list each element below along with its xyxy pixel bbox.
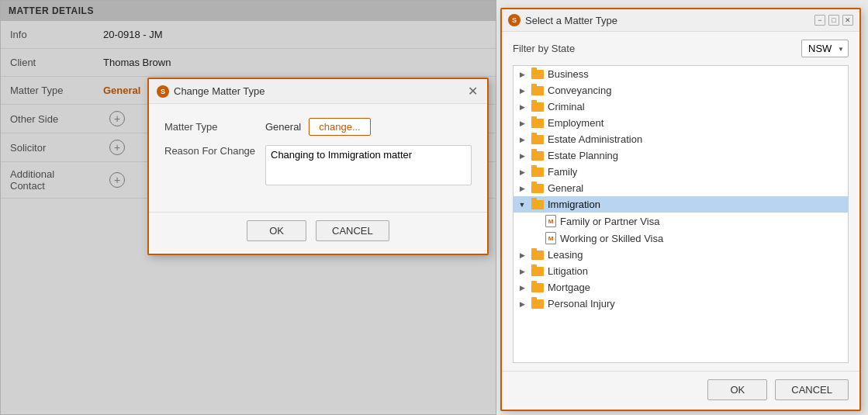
modal-cancel-button[interactable]: CANCEL: [316, 220, 389, 241]
modal-ok-button[interactable]: OK: [247, 220, 306, 241]
folder-icon-employment: [531, 119, 544, 128]
tree-label-mortgage: Mortgage: [548, 282, 590, 293]
modal-title-bar: S Change Matter Type ✕: [149, 79, 487, 104]
filter-state-select[interactable]: NSW VIC QLD SA WA TAS NT ACT: [801, 40, 849, 57]
tree-item-estate-admin[interactable]: ▶ Estate Administration: [514, 131, 848, 147]
matter-type-row: Matter Type General change...: [164, 118, 472, 136]
reason-textarea[interactable]: Changing to Immigration matter: [265, 145, 472, 185]
select-matter-window: S Select a Matter Type − □ ✕ Filter by S…: [500, 8, 861, 411]
matter-type-tree[interactable]: ▶ Business ▶ Conveyancing ▶ Criminal ▶ E…: [513, 65, 849, 363]
change-matter-modal: S Change Matter Type ✕ Matter Type Gener…: [147, 78, 489, 255]
tree-label-personal-injury: Personal Injury: [548, 298, 615, 310]
close-button[interactable]: ✕: [842, 15, 853, 26]
tree-item-criminal[interactable]: ▶ Criminal: [514, 99, 848, 115]
tree-label-immigration: Immigration: [548, 199, 600, 210]
filter-label: Filter by State: [513, 43, 575, 54]
folder-icon-mortgage: [531, 283, 544, 292]
tree-item-family[interactable]: ▶ Family: [514, 164, 848, 180]
modal-title-text: Change Matter Type: [174, 85, 265, 97]
select-matter-logo-icon: S: [508, 14, 520, 26]
tree-item-employment[interactable]: ▶ Employment: [514, 115, 848, 131]
tree-label-litigation: Litigation: [548, 265, 588, 277]
tree-label-estate-admin: Estate Administration: [548, 133, 642, 145]
select-matter-cancel-button[interactable]: CANCEL: [775, 379, 849, 400]
tree-item-general[interactable]: ▶ General: [514, 180, 848, 196]
expand-litigation[interactable]: ▶: [517, 266, 527, 277]
tree-label-family: Family: [548, 166, 577, 178]
matter-type-label: Matter Type: [164, 121, 265, 133]
tree-item-estate-planning[interactable]: ▶ Estate Planning: [514, 147, 848, 164]
reason-for-change-row: Reason For Change Changing to Immigratio…: [164, 145, 472, 185]
folder-icon-litigation: [531, 267, 544, 276]
filter-select-wrap: NSW VIC QLD SA WA TAS NT ACT: [801, 40, 849, 57]
tree-item-business[interactable]: ▶ Business: [514, 66, 848, 82]
tree-label-working-skilled-visa: Working or Skilled Visa: [560, 233, 663, 244]
select-matter-titlebar: S Select a Matter Type − □ ✕: [502, 9, 859, 32]
expand-personal-injury[interactable]: ▶: [517, 299, 527, 310]
tree-item-immigration[interactable]: ▼ Immigration: [514, 196, 848, 213]
tree-label-general: General: [548, 182, 583, 194]
restore-button[interactable]: □: [828, 15, 839, 26]
minimize-button[interactable]: −: [814, 15, 825, 26]
folder-icon-conveyancing: [531, 86, 544, 95]
folder-icon-estate-planning: [531, 151, 544, 161]
select-matter-title: Select a Matter Type: [525, 15, 617, 26]
tree-label-criminal: Criminal: [548, 101, 585, 112]
filter-row: Filter by State NSW VIC QLD SA WA TAS NT…: [513, 40, 849, 57]
matter-type-value: General: [265, 121, 301, 133]
tree-item-family-partner-visa[interactable]: M Family or Partner Visa: [514, 213, 848, 230]
expand-leasing[interactable]: ▶: [517, 250, 527, 261]
tree-item-mortgage[interactable]: ▶ Mortgage: [514, 279, 848, 296]
tree-label-business: Business: [548, 68, 589, 80]
tree-item-litigation[interactable]: ▶ Litigation: [514, 263, 848, 279]
modal-footer: OK CANCEL: [149, 212, 487, 254]
change-matter-type-button[interactable]: change...: [309, 118, 371, 136]
tree-label-employment: Employment: [548, 117, 603, 129]
expand-family[interactable]: ▶: [517, 167, 527, 178]
expand-estate-admin[interactable]: ▶: [517, 134, 527, 145]
select-matter-body: Filter by State NSW VIC QLD SA WA TAS NT…: [502, 32, 859, 371]
tree-item-conveyancing[interactable]: ▶ Conveyancing: [514, 82, 848, 99]
reason-label: Reason For Change: [164, 145, 265, 157]
doc-icon-family-partner-visa: M: [545, 215, 556, 227]
expand-employment[interactable]: ▶: [517, 118, 527, 129]
folder-icon-estate-admin: [531, 135, 544, 144]
modal-logo-icon: S: [157, 85, 169, 98]
tree-label-estate-planning: Estate Planning: [548, 150, 618, 161]
expand-general[interactable]: ▶: [517, 183, 527, 194]
folder-icon-general: [531, 184, 544, 193]
expand-mortgage[interactable]: ▶: [517, 282, 527, 293]
tree-item-working-skilled-visa[interactable]: M Working or Skilled Visa: [514, 230, 848, 247]
expand-immigration[interactable]: ▼: [517, 199, 527, 210]
window-controls: − □ ✕: [814, 15, 853, 26]
tree-label-leasing: Leasing: [548, 249, 583, 261]
folder-icon-business: [531, 70, 544, 79]
folder-icon-criminal: [531, 102, 544, 112]
select-matter-footer: OK CANCEL: [502, 371, 859, 410]
folder-icon-leasing: [531, 251, 544, 260]
tree-item-personal-injury[interactable]: ▶ Personal Injury: [514, 296, 848, 312]
expand-conveyancing[interactable]: ▶: [517, 85, 527, 96]
expand-criminal[interactable]: ▶: [517, 102, 527, 112]
tree-label-conveyancing: Conveyancing: [548, 85, 611, 96]
expand-business[interactable]: ▶: [517, 69, 527, 80]
folder-icon-immigration: [531, 200, 544, 209]
modal-close-button[interactable]: ✕: [466, 84, 479, 99]
tree-item-leasing[interactable]: ▶ Leasing: [514, 247, 848, 263]
select-matter-ok-button[interactable]: OK: [707, 379, 767, 400]
tree-label-family-partner-visa: Family or Partner Visa: [560, 216, 659, 227]
expand-estate-planning[interactable]: ▶: [517, 150, 527, 161]
folder-icon-family: [531, 168, 544, 177]
doc-icon-working-skilled-visa: M: [545, 232, 556, 244]
folder-icon-personal-injury: [531, 299, 544, 309]
modal-body: Matter Type General change... Reason For…: [149, 104, 487, 212]
